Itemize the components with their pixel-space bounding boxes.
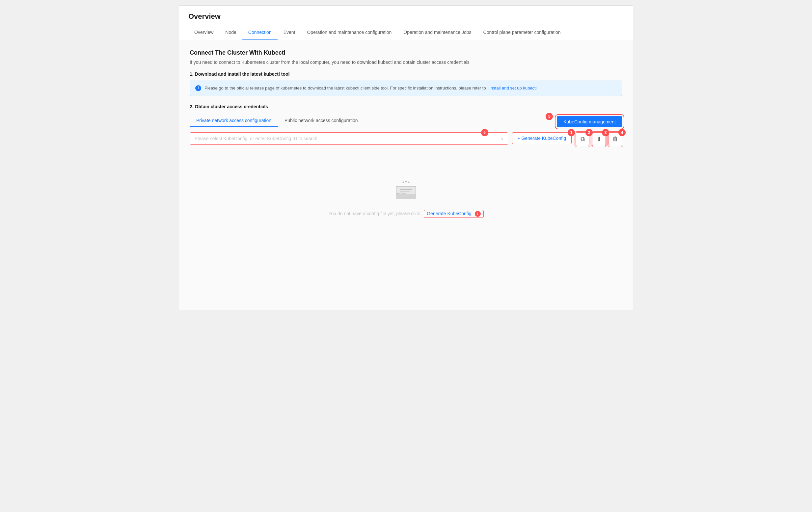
tab-event[interactable]: Event — [278, 25, 301, 40]
download-wrapper: 3 ⬇ — [592, 132, 606, 146]
delete-icon: 🗑 — [612, 135, 618, 143]
tab-node[interactable]: Node — [219, 25, 242, 40]
search-badge: 6 — [481, 129, 488, 136]
search-wrapper: 6 Please select KubeConfig, or enter Kub… — [190, 132, 508, 145]
copy-wrapper: 2 ⧉ — [576, 132, 589, 146]
empty-state: You do not have a config file yet, pleas… — [190, 154, 622, 231]
tab-public-network[interactable]: Public network access configuration — [278, 115, 365, 127]
tab-overview[interactable]: Overview — [188, 25, 219, 40]
install-kubectl-link[interactable]: Install and set up kubectl — [490, 86, 537, 90]
kubeconfig-mgmt-button[interactable]: KubeConfig management — [557, 116, 622, 127]
main-title: Connect The Cluster With Kubectl — [190, 49, 622, 56]
network-tabs: Private network access configuration Pub… — [190, 115, 541, 127]
generate-wrapper: 1 + Generate KubeConfig — [512, 132, 572, 144]
info-text: Please go to the official release page o… — [204, 85, 537, 92]
delete-badge: 4 — [618, 129, 626, 136]
main-desc: If you need to connect to Kubernetes clu… — [190, 60, 622, 65]
svg-point-0 — [403, 181, 404, 183]
info-icon: i — [195, 85, 201, 91]
copy-icon: ⧉ — [581, 135, 585, 143]
page-title: Overview — [179, 6, 633, 25]
empty-text: You do not have a config file yet, pleas… — [328, 210, 483, 218]
tab-connection[interactable]: Connection — [242, 25, 278, 40]
search-box[interactable]: Please select KubeConfig, or enter KubeC… — [190, 132, 508, 145]
tab-bar: Overview Node Connection Event Operation… — [179, 25, 633, 40]
svg-rect-4 — [396, 194, 416, 199]
delete-wrapper: 4 🗑 — [609, 132, 622, 146]
search-placeholder[interactable]: Please select KubeConfig, or enter KubeC… — [190, 132, 497, 145]
generate-kubeconfig-button[interactable]: + Generate KubeConfig — [512, 132, 572, 144]
download-icon: ⬇ — [597, 135, 602, 143]
tab-private-network[interactable]: Private network access configuration — [190, 115, 278, 127]
tab-control-plane[interactable]: Control plane parameter configuration — [477, 25, 567, 40]
generate-badge: 1 — [568, 129, 575, 136]
copy-badge: 2 — [585, 129, 593, 136]
chevron-down-icon: ∨ — [497, 133, 508, 144]
tab-om-jobs[interactable]: Operation and maintenance Jobs — [398, 25, 477, 40]
kubeconfig-mgmt-badge: 5 — [546, 113, 553, 120]
kubeconfig-mgmt-wrapper: 5 KubeConfig management — [549, 116, 622, 127]
download-badge: 3 — [602, 129, 609, 136]
empty-generate-link[interactable]: Generate KubeConfig — [427, 211, 471, 216]
empty-state-icon — [393, 180, 419, 203]
search-action-row: 6 Please select KubeConfig, or enter Kub… — [190, 132, 622, 146]
content-area: Connect The Cluster With Kubectl If you … — [179, 40, 633, 310]
info-box: i Please go to the official release page… — [190, 81, 622, 96]
svg-point-1 — [405, 181, 407, 182]
empty-generate-wrapper: Generate KubeConfig 1 — [424, 210, 483, 218]
empty-generate-badge: 1 — [475, 211, 481, 217]
svg-point-2 — [408, 181, 410, 183]
network-tab-row: Private network access configuration Pub… — [190, 115, 622, 127]
action-buttons: 2 ⧉ 3 ⬇ 4 🗑 — [576, 132, 622, 146]
step2-title: 2. Obtain cluster access credentials — [190, 104, 622, 109]
main-container: Overview Overview Node Connection Event … — [179, 5, 633, 310]
step1-title: 1. Download and install the latest kubec… — [190, 71, 622, 77]
tab-om-config[interactable]: Operation and maintenance configuration — [301, 25, 398, 40]
